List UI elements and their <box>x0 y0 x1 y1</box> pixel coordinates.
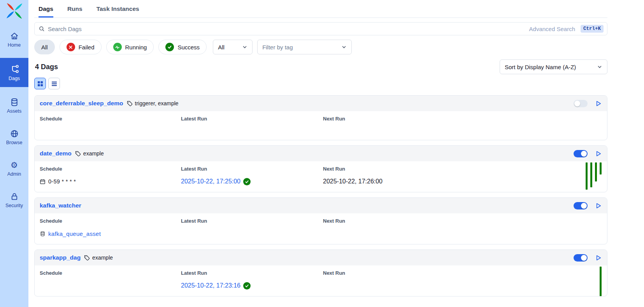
pulse-circle-icon <box>113 43 122 51</box>
run-bar[interactable] <box>590 162 592 187</box>
dag-name-link[interactable]: kafka_watcher <box>40 202 81 209</box>
dag-pause-toggle[interactable] <box>574 254 588 262</box>
dag-pause-toggle[interactable] <box>574 100 588 107</box>
dag-card: core_deferrable_sleep_demo triggerer, ex… <box>34 95 607 140</box>
schedule-column: Schedule 0-59 * * * * <box>40 166 181 186</box>
dag-list: core_deferrable_sleep_demo triggerer, ex… <box>34 95 607 297</box>
sidebar-item-label: Assets <box>7 108 22 114</box>
dag-card-header: sparkapp_dag example <box>35 250 607 265</box>
x-circle-icon <box>67 43 75 51</box>
chevron-down-icon <box>341 44 347 50</box>
latest-run-column: Latest Run <box>181 218 323 238</box>
trigger-dag-button[interactable] <box>595 100 602 107</box>
dag-tags-text: example <box>83 150 104 157</box>
chip-label: Running <box>125 44 147 51</box>
grid-view-icon <box>37 81 43 87</box>
sidebar-item-dags[interactable]: Dags <box>0 58 28 87</box>
run-bar[interactable] <box>595 162 597 181</box>
filter-chip-all[interactable]: All <box>34 40 55 54</box>
dag-pause-toggle[interactable] <box>574 202 588 209</box>
run-bar[interactable] <box>586 162 588 190</box>
chevron-down-icon <box>242 44 247 50</box>
sidebar-item-security[interactable]: Security <box>0 187 28 213</box>
state-filter-select[interactable]: All <box>213 40 253 54</box>
success-badge-icon <box>243 178 251 185</box>
latest-run-link[interactable]: 2025-10-22, 17:23:16 <box>181 282 240 289</box>
run-duration-bars[interactable] <box>586 162 602 190</box>
dag-card-body: Schedule Latest Run 2025-10-22, 17:23:16… <box>35 265 607 296</box>
schedule-column: Schedule <box>40 116 181 122</box>
dag-card-body: Schedule 0-59 * * * * Latest Run 2025-10… <box>35 161 607 192</box>
next-run-value: 2025-10-22, 17:26:00 <box>323 177 602 186</box>
dag-card-body: Schedule kafka_queue_asset Latest Run <box>35 213 607 244</box>
list-view-button[interactable] <box>48 78 60 89</box>
run-bar[interactable] <box>600 162 602 174</box>
dag-name-link[interactable]: date_demo <box>40 150 72 157</box>
play-icon <box>595 202 602 209</box>
chip-label: Success <box>177 44 200 51</box>
grid-view-button[interactable] <box>34 78 46 89</box>
dag-card: sparkapp_dag example <box>34 249 607 297</box>
tag-filter-select[interactable]: Filter by tag <box>257 40 352 54</box>
dag-name-link[interactable]: sparkapp_dag <box>40 254 81 261</box>
filter-chip-success[interactable]: Success <box>158 40 207 54</box>
run-duration-bars[interactable] <box>600 267 602 297</box>
dag-pause-toggle[interactable] <box>574 150 588 157</box>
calendar-icon <box>40 179 46 185</box>
search-input[interactable] <box>48 26 603 32</box>
sidebar-item-assets[interactable]: Assets <box>0 92 28 119</box>
chip-label: Failed <box>79 44 95 51</box>
sidebar-item-admin[interactable]: ⚙︎ Admin <box>0 155 28 181</box>
tab-bar: Dags Runs Task Instances <box>34 0 607 18</box>
dag-icon <box>9 64 19 74</box>
sort-select[interactable]: Sort by Display Name (A-Z) <box>500 59 607 74</box>
chevron-down-icon <box>597 64 602 70</box>
play-icon <box>595 254 602 262</box>
tab-dags[interactable]: Dags <box>39 5 53 17</box>
sidebar-item-home[interactable]: Home <box>0 26 28 52</box>
trigger-dag-button[interactable] <box>595 202 602 209</box>
chip-label: All <box>41 44 48 51</box>
home-icon <box>10 31 19 41</box>
tab-runs[interactable]: Runs <box>67 5 82 17</box>
dag-name-link[interactable]: core_deferrable_sleep_demo <box>40 100 123 107</box>
list-header: 4 Dags Sort by Display Name (A-Z) <box>34 59 607 74</box>
sidebar-item-label: Security <box>5 203 23 208</box>
toggle-knob <box>581 151 587 157</box>
sidebar-item-label: Admin <box>7 171 21 177</box>
dag-count: 4 Dags <box>34 63 58 71</box>
dag-tags-text: triggerer, example <box>135 100 179 106</box>
dag-card: kafka_watcher Schedule <box>34 197 607 244</box>
dag-card-header: kafka_watcher <box>35 198 607 213</box>
airflow-logo[interactable] <box>0 0 28 22</box>
tab-task-instances[interactable]: Task Instances <box>97 5 139 17</box>
latest-run-column: Latest Run 2025-10-22, 17:23:16 <box>181 270 323 290</box>
search-row: Advanced Search Ctrl+K <box>34 22 607 35</box>
dag-card-body: Schedule Latest Run Next Run <box>35 111 607 140</box>
trigger-dag-button[interactable] <box>595 254 602 262</box>
success-badge-icon <box>243 282 251 290</box>
sidebar-item-browse[interactable]: Browse <box>0 124 28 150</box>
trigger-dag-button[interactable] <box>595 150 602 157</box>
latest-run-link[interactable]: 2025-10-22, 17:25:00 <box>181 178 240 185</box>
run-bar[interactable] <box>600 267 602 297</box>
schedule-text: kafka_queue_asset <box>48 230 101 237</box>
select-value: All <box>218 44 225 51</box>
next-run-column: Next Run <box>323 270 602 290</box>
play-icon <box>595 150 602 157</box>
sidebar-item-label: Browse <box>6 140 23 145</box>
filter-chip-failed[interactable]: Failed <box>60 40 102 54</box>
airflow-app: Home Dags Assets Browse <box>0 0 644 307</box>
next-run-column: Next Run 2025-10-22, 17:26:00 <box>323 166 602 186</box>
database-icon <box>10 98 19 107</box>
select-value: Sort by Display Name (A-Z) <box>505 64 576 70</box>
dag-tags: example <box>75 150 104 157</box>
advanced-search-link[interactable]: Advanced Search <box>529 26 575 32</box>
filter-chip-running[interactable]: Running <box>106 40 154 54</box>
next-run-column: Next Run <box>323 218 602 238</box>
view-toggle-group <box>34 78 607 89</box>
sidebar-item-label: Dags <box>9 76 20 81</box>
database-icon <box>40 231 46 237</box>
filter-row: All Failed Running Success <box>34 40 607 54</box>
sidebar-item-label: Home <box>8 42 21 48</box>
